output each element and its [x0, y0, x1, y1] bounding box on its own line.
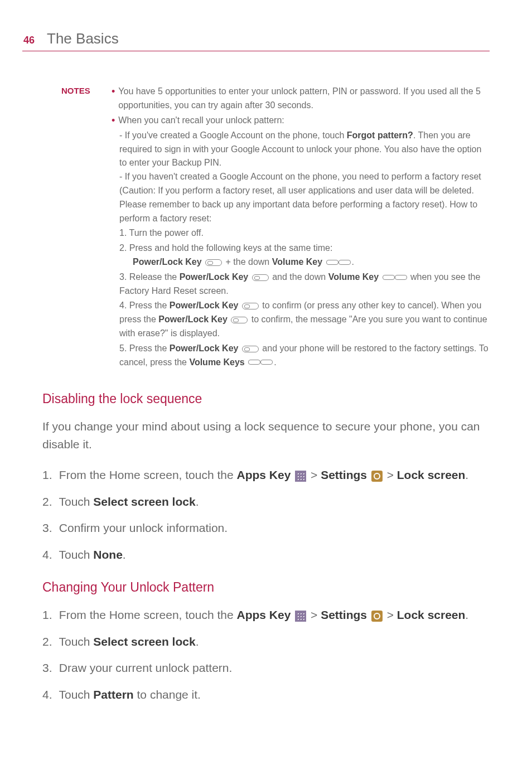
text: .: [465, 468, 468, 481]
step-list: 1. From the Home screen, touch the Apps …: [42, 606, 490, 703]
notes-step-1: 1. Turn the power off.: [112, 226, 490, 240]
text: >: [387, 468, 397, 481]
settings-text: Settings: [321, 468, 367, 481]
bullet-icon: •: [112, 85, 115, 113]
text: .: [274, 357, 276, 367]
settings-text: Settings: [321, 608, 367, 621]
text: 3. Release the: [119, 272, 180, 282]
lock-screen-text: Lock screen: [397, 468, 466, 481]
power-lock-key-text: Power/Lock Key: [180, 272, 249, 282]
section-heading-changing: Changing Your Unlock Pattern: [42, 580, 490, 595]
power-lock-key-text: Power/Lock Key: [170, 301, 239, 310]
volume-key-icon: [383, 275, 407, 280]
page-number: 46: [23, 35, 35, 46]
step-item: 1. From the Home screen, touch the Apps …: [42, 606, 490, 624]
power-key-icon: [205, 259, 222, 266]
notes-bullet-2: When you can't recall your unlock patter…: [118, 114, 490, 128]
power-lock-key-text: Power/Lock Key: [170, 343, 239, 353]
pattern-text: Pattern: [93, 688, 133, 701]
text: 4. Press the: [119, 301, 170, 310]
volume-key-icon: [248, 360, 273, 365]
notes-step-2: 2. Press and hold the following keys at …: [112, 241, 490, 255]
apps-key-text: Apps Key: [236, 468, 291, 481]
notes-content: • You have 5 opportunities to enter your…: [112, 85, 490, 369]
text: >: [311, 608, 321, 621]
volume-key-text: Volume Key: [328, 272, 379, 282]
step-item: 3. Draw your current unlock pattern.: [42, 659, 490, 677]
page-title: The Basics: [47, 30, 119, 47]
text: Touch: [59, 688, 93, 701]
settings-icon: [371, 611, 383, 622]
power-lock-key-text: Power/Lock Key: [158, 314, 228, 324]
apps-key-icon: [295, 611, 306, 622]
text: to change it.: [134, 688, 201, 701]
step-item: 4. Touch Pattern to change it.: [42, 686, 490, 704]
section-intro: If you change your mind about using a lo…: [42, 418, 490, 453]
text: .: [196, 635, 199, 648]
step-list: 1. From the Home screen, touch the Apps …: [42, 466, 490, 563]
text: Touch: [59, 635, 93, 648]
notes-step-4: 4. Press the Power/Lock Key to confirm (…: [112, 299, 490, 340]
section-heading-disabling: Disabling the lock sequence: [42, 391, 490, 406]
text: Touch: [59, 548, 93, 561]
power-key-icon: [242, 303, 259, 309]
apps-key-text: Apps Key: [236, 608, 291, 621]
select-screen-lock-text: Select screen lock: [93, 495, 195, 508]
text: .: [465, 608, 468, 621]
step-number: 3.: [42, 519, 56, 537]
power-key-icon: [231, 317, 248, 323]
step-item: 1. From the Home screen, touch the Apps …: [42, 466, 490, 484]
step-item: 3. Confirm your unlock information.: [42, 519, 490, 537]
text: 5. Press the: [119, 343, 170, 353]
forgot-pattern-text: Forgot pattern?: [347, 130, 413, 140]
notes-step-2-detail: Power/Lock Key + the down Volume Key .: [112, 255, 490, 269]
step-number: 1.: [42, 606, 56, 624]
volume-keys-text: Volume Keys: [189, 357, 244, 367]
text: >: [311, 468, 321, 481]
step-item: 2. Touch Select screen lock.: [42, 493, 490, 511]
notes-subitem: - If you haven't created a Google Accoun…: [112, 170, 490, 225]
volume-key-text: Volume Key: [272, 257, 322, 267]
step-item: 2. Touch Select screen lock.: [42, 633, 490, 651]
text: and the down: [272, 272, 328, 282]
step-number: 4.: [42, 546, 56, 564]
text: Draw your current unlock pattern.: [59, 661, 232, 674]
text: Confirm your unlock information.: [59, 521, 228, 534]
step-number: 2.: [42, 633, 56, 651]
settings-icon: [371, 471, 383, 482]
text: - If you've created a Google Account on …: [119, 130, 347, 140]
notes-bullet-1: You have 5 opportunities to enter your u…: [118, 85, 490, 113]
bullet-icon: •: [112, 114, 115, 128]
notes-label: NOTES: [61, 85, 112, 369]
power-lock-key-text: Power/Lock Key: [133, 257, 202, 267]
volume-key-icon: [326, 260, 351, 265]
notes-subitem: - If you've created a Google Account on …: [112, 129, 490, 170]
none-text: None: [93, 548, 123, 561]
notes-block: NOTES • You have 5 opportunities to ente…: [61, 85, 490, 369]
text: + the down: [226, 257, 272, 267]
notes-step-5: 5. Press the Power/Lock Key and your pho…: [112, 342, 490, 370]
text: From the Home screen, touch the: [59, 608, 237, 621]
page-header: 46 The Basics: [22, 30, 490, 51]
power-key-icon: [252, 274, 269, 281]
step-number: 1.: [42, 466, 56, 484]
text: >: [387, 608, 397, 621]
text: .: [352, 257, 354, 267]
step-item: 4. Touch None.: [42, 546, 490, 564]
text: .: [123, 548, 126, 561]
step-number: 3.: [42, 659, 56, 677]
power-key-icon: [242, 346, 259, 352]
notes-step-3: 3. Release the Power/Lock Key and the do…: [112, 270, 490, 298]
select-screen-lock-text: Select screen lock: [93, 635, 195, 648]
apps-key-icon: [295, 471, 306, 482]
lock-screen-text: Lock screen: [397, 608, 466, 621]
text: .: [196, 495, 199, 508]
text: Touch: [59, 495, 93, 508]
step-number: 2.: [42, 493, 56, 511]
step-number: 4.: [42, 686, 56, 704]
text: From the Home screen, touch the: [59, 468, 237, 481]
